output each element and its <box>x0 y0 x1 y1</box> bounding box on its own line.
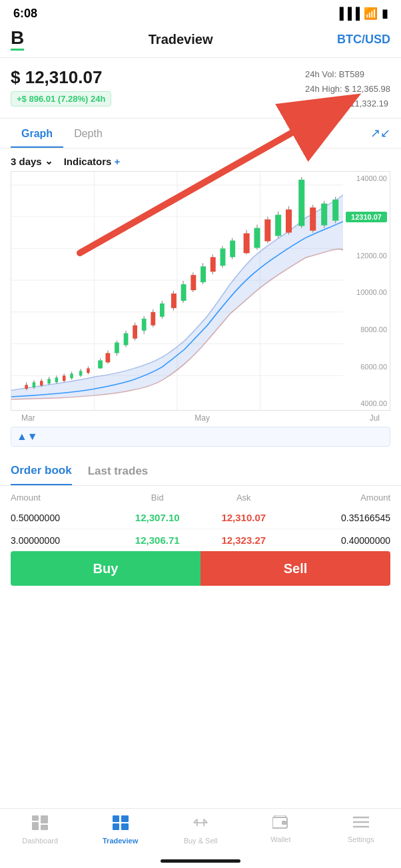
buysell-icon <box>193 815 208 834</box>
svg-rect-31 <box>105 353 110 363</box>
svg-rect-51 <box>200 266 206 282</box>
minimap-icon: ▲▼ <box>17 431 38 443</box>
tab-order-book[interactable]: Order book <box>11 464 72 485</box>
tab-graph[interactable]: Graph <box>11 118 63 148</box>
main-price: $ 12,310.07 <box>11 67 292 88</box>
status-icons: ▐▐▐ 📶 ▮ <box>336 7 388 21</box>
candlestick-svg <box>11 172 343 410</box>
ob-amount-right-2: 0.40000000 <box>287 535 390 546</box>
nav-item-tradeview[interactable]: Tradeview <box>80 815 160 845</box>
y-label-4000: 4000.00 <box>346 399 387 407</box>
battery-icon: ▮ <box>382 7 388 21</box>
svg-rect-39 <box>142 319 147 331</box>
svg-rect-81 <box>41 825 48 830</box>
ob-amount-left-1: 0.50000000 <box>11 513 114 523</box>
ob-amount-right-1: 0.35166545 <box>287 513 390 523</box>
svg-rect-47 <box>181 284 187 301</box>
svg-rect-15 <box>40 381 43 386</box>
app-logo: B <box>11 29 24 51</box>
svg-rect-33 <box>115 343 119 353</box>
ob-ask-1: 12,310.07 <box>200 512 287 523</box>
sell-button[interactable]: Sell <box>200 551 390 586</box>
svg-rect-37 <box>133 326 137 339</box>
svg-rect-45 <box>171 294 177 308</box>
svg-rect-43 <box>160 304 165 317</box>
indicators-button[interactable]: Indicators + <box>64 156 121 167</box>
price-change: +$ 896.01 (7.28%) 24h <box>11 91 111 107</box>
nav-item-dashboard[interactable]: Dashboard <box>0 815 80 845</box>
price-stats: 24h Vol: BT589 24h High: $ 12,365.98 24h… <box>305 67 390 111</box>
ob-bid-1: 12,307.10 <box>114 512 200 523</box>
signal-icon: ▐▐▐ <box>336 7 360 21</box>
svg-rect-65 <box>275 215 281 236</box>
svg-rect-27 <box>87 369 90 373</box>
buy-sell-row: Buy Sell <box>11 551 390 586</box>
y-label-14000: 14000.00 <box>346 174 387 182</box>
svg-rect-35 <box>124 333 129 345</box>
svg-rect-25 <box>79 371 83 376</box>
svg-rect-89 <box>282 821 286 825</box>
trading-pair[interactable]: BTC/USD <box>337 33 390 47</box>
order-book-tabs: Order book Last trades <box>0 453 401 486</box>
y-axis: 14000.00 12310.07 12000.00 10000.00 8000… <box>343 172 390 410</box>
svg-rect-83 <box>121 815 129 822</box>
status-time: 6:08 <box>13 7 37 21</box>
nav-item-buysell[interactable]: Buy & Sell <box>161 815 240 845</box>
ob-header-amount-right: Amount <box>287 493 390 503</box>
ob-ask-2: 12,323.27 <box>200 535 287 546</box>
price-left: $ 12,310.07 +$ 896.01 (7.28%) 24h <box>11 67 292 107</box>
settings-icon <box>353 815 369 833</box>
home-indicator <box>161 859 240 863</box>
svg-rect-69 <box>298 180 304 226</box>
tab-depth[interactable]: Depth <box>63 118 113 148</box>
svg-rect-73 <box>321 204 327 226</box>
y-label-12000: 12000.00 <box>346 252 387 260</box>
y-label-6000: 6000.00 <box>346 363 387 371</box>
price-chart[interactable]: 14000.00 12310.07 12000.00 10000.00 8000… <box>11 171 390 411</box>
nav-item-wallet[interactable]: Wallet <box>240 815 320 843</box>
svg-rect-80 <box>41 815 48 823</box>
wallet-icon <box>272 815 288 833</box>
ob-header-bid: Bid <box>114 493 200 503</box>
svg-rect-85 <box>121 823 129 830</box>
chevron-down-icon: ⌄ <box>45 155 53 167</box>
nav-label-tradeview: Tradeview <box>103 837 138 845</box>
volume-stat: 24h Vol: BT589 <box>305 67 390 82</box>
svg-rect-71 <box>310 208 316 231</box>
svg-rect-29 <box>98 361 103 369</box>
chart-tabs: Graph Depth ↗︎↙︎ <box>0 118 401 148</box>
svg-rect-63 <box>264 220 270 242</box>
low-stat: 24h Low: $ 11,332.19 <box>305 97 390 111</box>
table-row: 3.00000000 12,306.71 12,323.27 0.4000000… <box>11 529 390 551</box>
svg-rect-17 <box>47 379 51 384</box>
nav-label-dashboard: Dashboard <box>22 837 58 845</box>
order-book: Amount Bid Ask Amount 0.50000000 12,307.… <box>0 486 401 551</box>
header-title: Tradeview <box>149 32 213 47</box>
svg-rect-57 <box>230 241 235 258</box>
y-label-10000: 10000.00 <box>346 288 387 296</box>
tradeview-icon <box>113 815 129 834</box>
svg-rect-19 <box>55 378 59 383</box>
nav-label-settings: Settings <box>348 835 374 843</box>
ob-header-amount-left: Amount <box>11 493 114 503</box>
tab-last-trades[interactable]: Last trades <box>88 465 149 485</box>
svg-rect-49 <box>191 275 196 290</box>
expand-icon[interactable]: ↗︎↙︎ <box>370 126 390 140</box>
ob-header-ask: Ask <box>200 493 287 503</box>
chart-minimap[interactable]: ▲▼ <box>11 427 390 447</box>
dashboard-icon <box>32 815 48 834</box>
svg-rect-67 <box>286 210 292 233</box>
x-label-mar: Mar <box>21 413 35 423</box>
table-row: 0.50000000 12,307.10 12,310.07 0.3516654… <box>11 507 390 529</box>
nav-label-buysell: Buy & Sell <box>184 837 218 845</box>
days-selector[interactable]: 3 days ⌄ <box>11 155 53 167</box>
wifi-icon: 📶 <box>364 7 378 21</box>
svg-rect-82 <box>113 815 119 822</box>
status-bar: 6:08 ▐▐▐ 📶 ▮ <box>0 0 401 25</box>
nav-item-settings[interactable]: Settings <box>321 815 401 843</box>
buy-button[interactable]: Buy <box>11 551 200 586</box>
app-header: B Tradeview BTC/USD <box>0 25 401 58</box>
x-label-may: May <box>195 413 210 423</box>
price-section: $ 12,310.07 +$ 896.01 (7.28%) 24h 24h Vo… <box>0 58 401 118</box>
x-axis: Mar May Jul <box>11 411 390 423</box>
